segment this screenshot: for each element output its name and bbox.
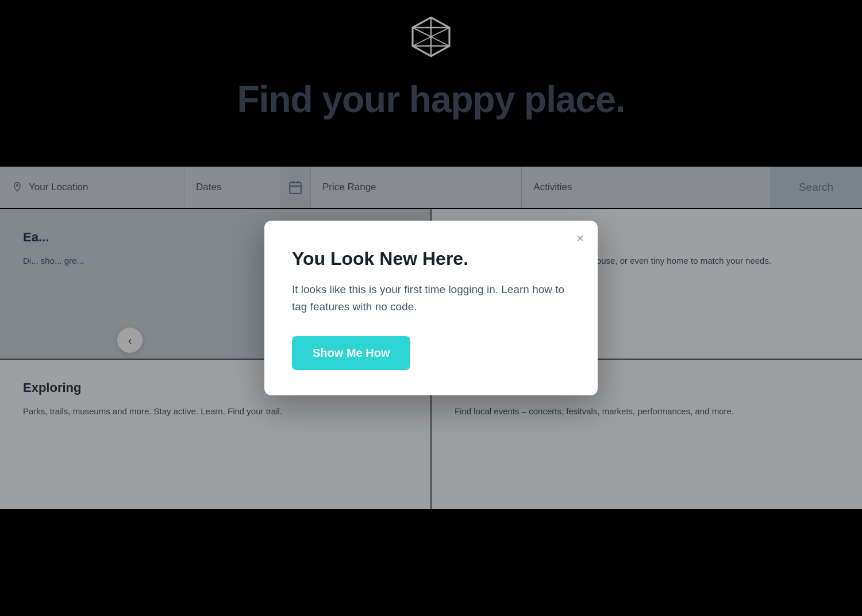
modal-close-button[interactable]: × xyxy=(576,232,584,245)
modal-overlay: × You Look New Here. It looks like this … xyxy=(0,0,862,616)
close-icon: × xyxy=(576,231,584,245)
modal-title: You Look New Here. xyxy=(292,248,570,270)
show-me-how-button[interactable]: Show Me How xyxy=(292,336,410,370)
modal-dialog: × You Look New Here. It looks like this … xyxy=(264,221,598,396)
modal-body: It looks like this is your first time lo… xyxy=(292,281,570,316)
